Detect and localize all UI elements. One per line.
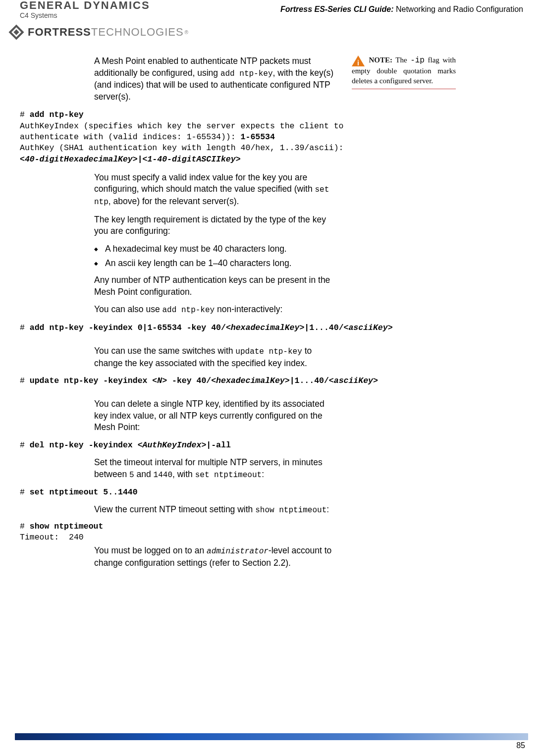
note-callout: i NOTE: The -ip flag with empty double q… (352, 55, 456, 89)
inline-code: update ntp-key (235, 347, 302, 356)
paragraph-5: You can also use add ntp-key non-interac… (94, 304, 337, 316)
note-label: NOTE: (369, 56, 393, 64)
inline-code: add ntp-key (163, 306, 215, 315)
footer-gradient-bar (15, 733, 528, 740)
note-text-1: The (392, 56, 410, 64)
header-title-bold: Fortress ES-Series CLI Guide: (280, 5, 394, 13)
fortress-logo: FORTRESSTECHNOLOGIES® (8, 24, 543, 41)
inline-code: show ntptimeout (255, 506, 326, 515)
fortress-text-main: FORTRESS (28, 26, 91, 39)
paragraph-3: The key length requirement is dictated b… (94, 214, 337, 237)
paragraph-4: Any number of NTP authentication keys ca… (94, 274, 337, 298)
paragraph-10: You must be logged on to an administrato… (94, 545, 337, 569)
page-footer: 85 (0, 733, 543, 750)
note-code: -ip (410, 56, 425, 65)
list-item: A hexadecimal key must be 40 characters … (105, 243, 337, 255)
paragraph-8: Set the timeout interval for multiple NT… (94, 457, 337, 481)
inline-code: set ntptimeout (195, 471, 262, 480)
paragraph-9: View the current NTP timeout setting wit… (94, 504, 337, 516)
header-title-plain: Networking and Radio Configuration (394, 5, 523, 13)
header-title: Fortress ES-Series CLI Guide: Networking… (280, 0, 523, 14)
paragraph-2: You must specify a valid index value for… (94, 172, 337, 208)
fortress-diamond-icon (8, 24, 25, 41)
code-line-add-ntp-key-noninteractive: # add ntp-key -keyindex 0|1-65534 -key 4… (20, 323, 523, 332)
code-line-update-ntp-key: # update ntp-key -keyindex <N> -key 40/<… (20, 376, 523, 385)
inline-code: add ntp-key (220, 69, 273, 78)
bullet-list: A hexadecimal key must be 40 characters … (94, 243, 337, 270)
page-number: 85 (15, 741, 528, 750)
gd-logo-text: GENERAL DYNAMICS (20, 0, 150, 11)
inline-code-italic: administrator (207, 547, 269, 556)
code-block-add-ntp-key-interactive: # add ntp-key AuthKeyIndex (specifies wh… (20, 109, 396, 164)
fortress-text-sub: TECHNOLOGIES (91, 26, 184, 39)
note-triangle-icon: i (352, 55, 365, 66)
fortress-registered-icon: ® (185, 30, 188, 35)
code-line-set-ntptimeout: # set ntptimeout 5..1440 (20, 487, 523, 497)
gd-logo-subtext: C4 Systems (20, 12, 150, 19)
paragraph-1: A Mesh Point enabled to authenticate NTP… (94, 55, 337, 103)
paragraph-6: You can use the same switches with updat… (94, 345, 337, 369)
code-line-del-ntp-key: # del ntp-key -keyindex <AuthKeyIndex>|-… (20, 440, 523, 450)
code-block-show-ntptimeout: # show ntptimeout Timeout: 240 (20, 521, 396, 543)
paragraph-7: You can delete a single NTP key, identif… (94, 398, 337, 433)
general-dynamics-logo: GENERAL DYNAMICS C4 Systems (20, 0, 150, 19)
list-item: An ascii key length can be 1–40 characte… (105, 258, 337, 270)
